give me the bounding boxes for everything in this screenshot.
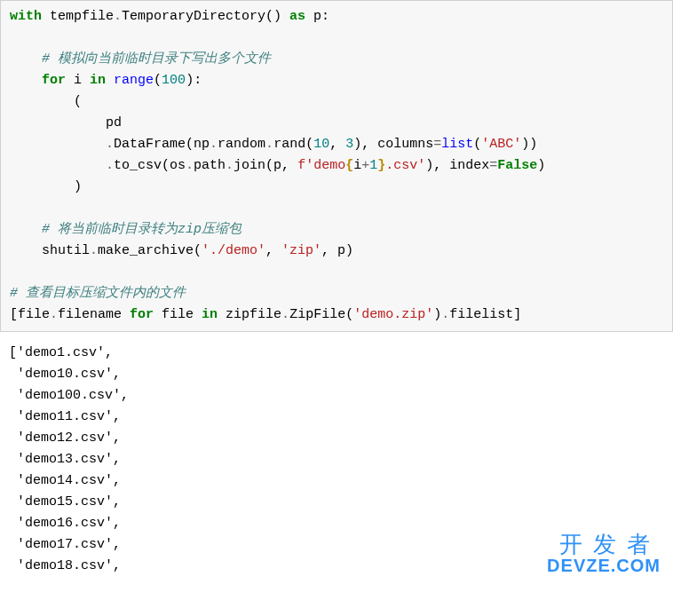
code-token: {	[345, 158, 353, 173]
code-token: )	[537, 158, 545, 173]
code-line: # 将当前临时目录转为zip压缩包	[10, 222, 241, 237]
code-token: pd	[10, 115, 122, 130]
code-token: i	[66, 73, 90, 88]
code-line: # 模拟向当前临时目录下写出多个文件	[10, 51, 271, 67]
code-line: (	[10, 94, 82, 109]
code-token	[106, 73, 114, 88]
code-cell: with tempfile.TemporaryDirectory() as p:…	[0, 0, 673, 332]
code-token: p:	[305, 9, 329, 24]
code-token: 100	[162, 73, 186, 88]
code-line: # 查看目标压缩文件内的文件	[10, 286, 186, 301]
code-token: range	[114, 73, 154, 88]
code-token: .	[441, 307, 449, 322]
code-token: (	[473, 137, 481, 152]
code-token: .	[281, 307, 289, 322]
code-token: DataFrame(np	[114, 137, 210, 152]
code-token: # 将当前临时目录转为zip压缩包	[42, 222, 241, 237]
code-token: .	[50, 307, 58, 322]
code-line: shutil.make_archive('./demo', 'zip', p)	[10, 243, 353, 258]
code-token: zipfile	[218, 307, 281, 322]
code-token: filename	[58, 307, 130, 322]
code-token: path	[194, 158, 226, 173]
code-token: .csv'	[385, 158, 425, 173]
code-line: .to_csv(os.path.join(p, f'demo{i+1}.csv'…	[10, 158, 545, 173]
code-token: join(p,	[234, 158, 297, 173]
code-token: [file	[10, 307, 50, 322]
code-token: .	[106, 137, 114, 152]
code-token: ):	[186, 73, 202, 88]
code-token: ZipFile(	[289, 307, 353, 322]
code-token: i	[353, 158, 361, 173]
code-token: )	[433, 307, 441, 322]
code-token: ), columns	[353, 137, 433, 152]
code-token: to_csv(os	[114, 158, 186, 173]
code-token: =	[433, 137, 441, 152]
code-token	[10, 51, 42, 67]
code-token: ,	[265, 243, 281, 258]
code-token	[10, 158, 106, 173]
code-token: .	[114, 9, 122, 24]
code-token: './demo'	[202, 243, 265, 258]
code-token: 3	[345, 137, 353, 152]
code-token: # 模拟向当前临时目录下写出多个文件	[42, 51, 271, 67]
code-line: )	[10, 179, 82, 194]
code-token: file	[154, 307, 202, 322]
code-token: ))	[521, 137, 537, 152]
code-token: .	[106, 158, 114, 173]
code-token: .	[186, 158, 194, 173]
code-token: as	[289, 9, 305, 24]
code-token: make_archive(	[98, 243, 202, 258]
code-token: .	[226, 158, 234, 173]
code-token: f'demo	[297, 158, 345, 173]
code-token: ,	[329, 137, 345, 152]
code-token: with	[10, 9, 42, 24]
code-token: )	[10, 179, 82, 194]
code-token: .	[210, 137, 218, 152]
code-token: =	[489, 158, 497, 173]
code-token: 10	[313, 137, 329, 152]
code-token: shutil	[10, 243, 90, 258]
code-token: 'ABC'	[481, 137, 521, 152]
code-token: TemporaryDirectory()	[122, 9, 289, 24]
code-token: in	[90, 73, 106, 88]
code-token: list	[441, 137, 473, 152]
code-token: (	[10, 94, 82, 109]
code-token: }	[377, 158, 385, 173]
code-token: .	[90, 243, 98, 258]
code-token: filelist]	[449, 307, 521, 322]
code-token: # 查看目标压缩文件内的文件	[10, 286, 186, 301]
code-token: random	[218, 137, 265, 152]
code-token: , p)	[321, 243, 353, 258]
code-token: 1	[369, 158, 377, 173]
code-line: with tempfile.TemporaryDirectory() as p:	[10, 9, 329, 24]
code-token	[10, 222, 42, 237]
code-token: False	[497, 158, 537, 173]
code-token: tempfile	[42, 9, 114, 24]
code-token: 'demo.zip'	[353, 307, 433, 322]
code-token: for	[130, 307, 154, 322]
code-line: for i in range(100):	[10, 73, 202, 88]
page-container: with tempfile.TemporaryDirectory() as p:…	[0, 0, 673, 577]
code-token: rand(	[273, 137, 313, 152]
code-token: in	[202, 307, 218, 322]
output-cell: ['demo1.csv', 'demo10.csv', 'demo100.csv…	[0, 337, 673, 577]
code-line: [file.filename for file in zipfile.ZipFi…	[10, 307, 521, 322]
code-token: 'zip'	[281, 243, 321, 258]
code-token: ), index	[425, 158, 489, 173]
code-line: .DataFrame(np.random.rand(10, 3), column…	[10, 137, 537, 152]
code-token: (	[154, 73, 162, 88]
code-token	[10, 137, 106, 152]
code-line: pd	[10, 115, 122, 130]
code-token: .	[265, 137, 273, 152]
code-token	[10, 73, 42, 88]
code-token: +	[361, 158, 369, 173]
code-token: for	[42, 73, 66, 88]
